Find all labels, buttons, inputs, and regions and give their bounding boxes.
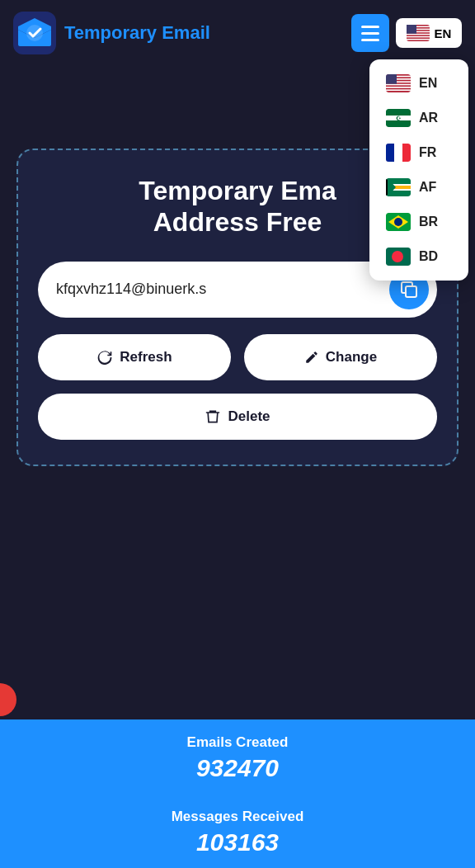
delete-button[interactable]: Delete: [38, 394, 437, 440]
change-button[interactable]: Change: [244, 334, 437, 380]
pencil-icon: [304, 350, 319, 365]
flag-af-icon: [386, 178, 411, 196]
svg-rect-34: [406, 286, 416, 297]
refresh-icon: [96, 349, 113, 366]
svg-rect-9: [407, 25, 416, 34]
svg-point-33: [392, 251, 403, 262]
flag-ar-icon: ☪: [386, 109, 411, 127]
logo-area: Temporary Email: [13, 12, 210, 54]
flag-us-icon: [407, 25, 430, 41]
flag-en-icon: [386, 74, 411, 92]
lang-option-ar[interactable]: ☪ AR: [369, 101, 468, 135]
red-circle-decoration: [0, 683, 16, 716]
change-label: Change: [326, 349, 377, 366]
lang-en-label: EN: [419, 76, 437, 91]
language-button[interactable]: EN: [396, 18, 462, 48]
logo-icon: [13, 12, 56, 54]
trash-icon: [205, 408, 221, 425]
lang-current-label: EN: [435, 26, 452, 40]
lang-option-bd[interactable]: BD: [369, 239, 468, 274]
svg-rect-8: [407, 39, 430, 40]
emails-created-label: Emails Created: [16, 734, 459, 751]
lang-ar-label: AR: [419, 111, 438, 125]
stats-area: Emails Created 932470 Messages Received …: [0, 719, 475, 868]
email-address: kfqxvhz114@binuerk.s: [56, 281, 389, 298]
flag-br-icon: [386, 213, 411, 231]
svg-text:☪: ☪: [396, 116, 402, 121]
menu-line: [361, 32, 379, 35]
menu-button[interactable]: [351, 14, 389, 52]
header: Temporary Email EN: [0, 0, 475, 66]
lang-fr-label: FR: [419, 145, 436, 160]
svg-rect-15: [386, 87, 411, 88]
emails-created-value: 932470: [16, 754, 459, 782]
svg-rect-7: [407, 36, 430, 38]
svg-rect-16: [386, 89, 411, 91]
messages-received-label: Messages Received: [16, 809, 459, 825]
messages-received-card: Messages Received 103163: [0, 794, 475, 868]
refresh-button[interactable]: Refresh: [38, 334, 231, 380]
header-right: EN: [351, 14, 462, 52]
svg-rect-6: [407, 34, 430, 35]
lang-option-fr[interactable]: FR: [369, 135, 468, 170]
lang-option-br[interactable]: BR: [369, 205, 468, 239]
svg-rect-23: [386, 144, 394, 162]
lang-af-label: AF: [419, 180, 436, 195]
menu-line: [361, 26, 379, 28]
flag-bd-icon: [386, 248, 411, 266]
flag-fr-icon: [386, 144, 411, 162]
lang-option-af[interactable]: AF: [369, 170, 468, 205]
actions-row: Refresh Change: [38, 334, 437, 380]
language-dropdown: EN ☪ AR FR AF: [369, 59, 468, 281]
lang-br-label: BR: [419, 215, 438, 229]
svg-point-31: [394, 218, 402, 226]
refresh-label: Refresh: [120, 349, 172, 366]
lang-option-en[interactable]: EN: [369, 66, 468, 101]
messages-received-value: 103163: [16, 828, 459, 856]
logo-text: Temporary Email: [64, 22, 210, 44]
copy-icon: [399, 280, 419, 300]
delete-label: Delete: [228, 408, 270, 425]
lang-bd-label: BD: [419, 249, 438, 264]
svg-rect-14: [386, 84, 411, 86]
emails-created-card: Emails Created 932470: [0, 719, 475, 794]
menu-line: [361, 39, 379, 41]
svg-rect-17: [386, 74, 397, 84]
